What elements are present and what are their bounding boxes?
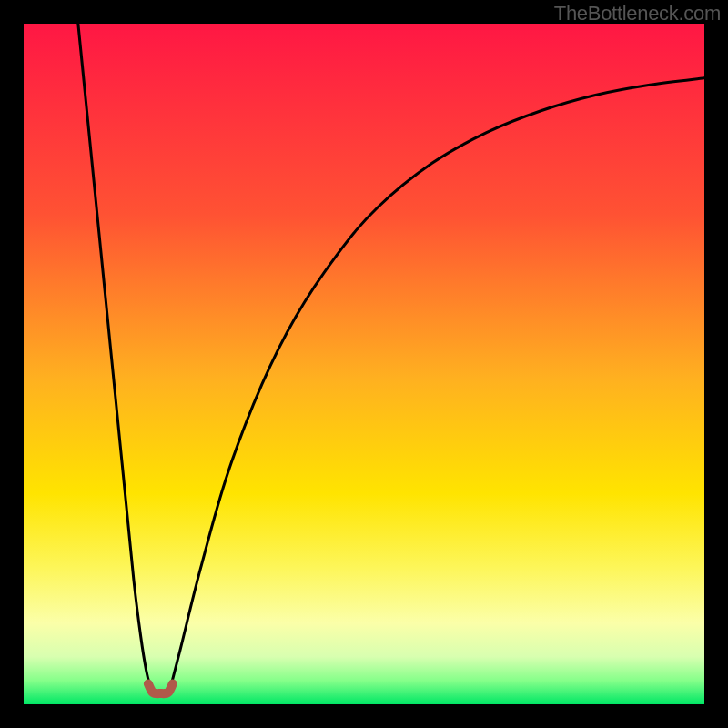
chart-frame: TheBottleneck.com	[0, 0, 728, 728]
plot-area	[24, 24, 704, 704]
gradient-background	[24, 24, 704, 704]
chart-svg	[24, 24, 704, 704]
attribution-text: TheBottleneck.com	[554, 2, 721, 25]
